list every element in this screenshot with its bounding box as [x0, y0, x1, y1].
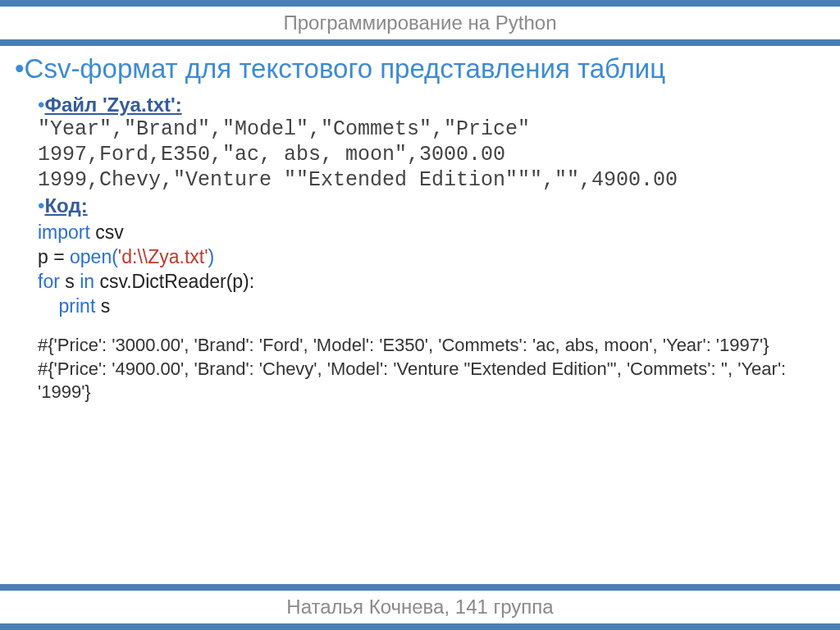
code-text: csv.DictReader(: [94, 271, 232, 292]
keyword-for: for: [38, 271, 60, 292]
page-footer: Наталья Кочнева, 141 группа: [0, 591, 840, 623]
output-block: #{'Price': '3000.00', 'Brand': 'Ford', '…: [38, 334, 825, 404]
top-bar-2: [0, 39, 840, 46]
code-line-2: p = open('d:\\Zya.txt'): [38, 245, 825, 270]
code-label-line: •Код:: [38, 194, 825, 217]
code-line-3: for s in csv.DictReader(p):: [38, 270, 825, 294]
code-text: csv: [90, 221, 124, 243]
code-text: p =: [38, 246, 70, 267]
page-header: Программирование на Python: [0, 7, 840, 39]
file-content: "Year","Brand","Model","Commets","Price"…: [38, 116, 825, 194]
code-text: ):: [243, 271, 254, 292]
top-bar-1: [0, 0, 840, 7]
code-block: import csv p = open('d:\\Zya.txt') for s…: [38, 221, 825, 319]
output-line-2: #{'Price': '4900.00', 'Brand': 'Chevy', …: [38, 358, 825, 404]
code-line-1: import csv: [38, 221, 825, 245]
func-open: open(: [70, 246, 118, 267]
slide-content: •Csv-формат для текстового представления…: [0, 46, 840, 404]
indent: [38, 295, 59, 317]
keyword-in: in: [80, 271, 94, 292]
bottom-bar-2: [0, 623, 840, 630]
paren-close: ): [208, 246, 215, 267]
slide-heading: •Csv-формат для текстового представления…: [15, 52, 825, 85]
slide-body: •Файл 'Zya.txt': "Year","Brand","Model",…: [15, 94, 825, 404]
string-literal: 'd:\\Zya.txt': [118, 246, 208, 267]
keyword-import: import: [38, 221, 90, 243]
code-text: s: [95, 295, 110, 317]
file-label-line: •Файл 'Zya.txt':: [38, 94, 825, 116]
keyword-print: print: [59, 295, 96, 317]
file-label: Файл 'Zya.txt':: [44, 94, 181, 116]
code-label: Код:: [44, 194, 87, 217]
code-text: s: [60, 271, 80, 292]
code-text: p: [232, 271, 243, 292]
footer: Наталья Кочнева, 141 группа: [0, 584, 840, 630]
output-line-1: #{'Price': '3000.00', 'Brand': 'Ford', '…: [38, 334, 825, 358]
bottom-bar-1: [0, 584, 840, 591]
code-line-4: print s: [38, 294, 825, 319]
